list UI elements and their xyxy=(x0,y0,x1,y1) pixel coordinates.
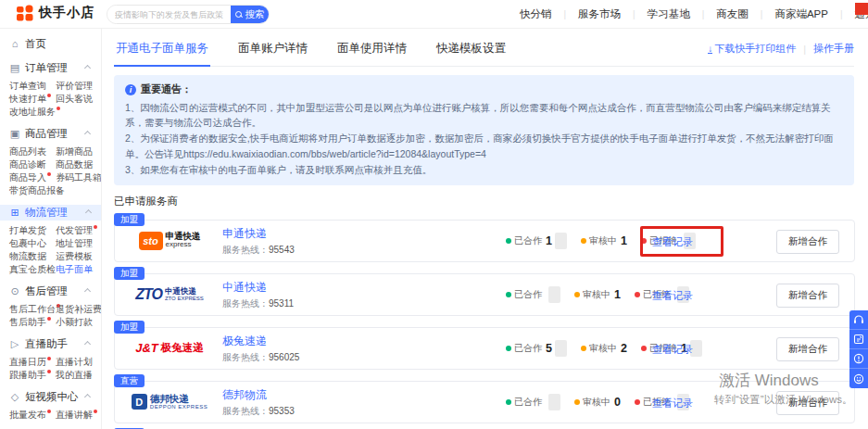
add-cooperation-button[interactable]: 新增合作 xyxy=(776,337,839,361)
view-records-link[interactable]: 查看记录 xyxy=(652,397,693,410)
aftersale-icon: ⊙ xyxy=(9,285,20,297)
section-title-aftersale[interactable]: ⊙ 售后管理 xyxy=(9,284,101,299)
header-nav: 快分销| 服务市场| 学习基地| 商友圈| 商家端APP| 通知中心3 xyxy=(508,0,868,29)
section-title-logistics[interactable]: ⊞ 物流管理 xyxy=(0,205,102,221)
redacted-red-patch xyxy=(855,3,868,15)
add-cooperation-button[interactable]: 新增合作 xyxy=(776,230,839,254)
sidebar-item[interactable]: 新增商品 xyxy=(56,146,100,158)
top-header: 快手小店 搜索 快分销| 服务市场| 学习基地| 商友圈| 商家端APP| 通知… xyxy=(0,0,868,29)
green-dot-icon xyxy=(506,346,511,351)
tab-toolbar: ↓下载快手打印组件 | 操作手册 xyxy=(708,42,854,56)
important-notice: i 重要通告： 1、因物流公司的运营模式的不同，其中加盟型运营公司是以网点为单位… xyxy=(114,75,854,185)
view-records-link[interactable]: 查看记录 xyxy=(652,235,693,249)
sidebar-item[interactable]: 直播日历 xyxy=(9,357,56,368)
nav-learning-base[interactable]: 学习基地 xyxy=(635,7,702,21)
courier-name-link[interactable]: 申通快递 xyxy=(222,226,267,242)
red-dot-badge xyxy=(47,317,51,321)
status-reviewing: 审核中2 xyxy=(581,342,627,355)
courier-name-link[interactable]: 中通快递 xyxy=(222,280,267,296)
red-dot-icon xyxy=(641,238,647,244)
sidebar-item[interactable]: 直播讲解 xyxy=(56,410,100,421)
zto-logo: ZTO 中通快递ZTO EXPRESS xyxy=(128,274,211,315)
logistics-icon: ⊞ xyxy=(9,207,20,219)
red-dot-badge xyxy=(47,410,51,413)
search-input[interactable] xyxy=(107,6,231,23)
courier-row-deppon: 直营 D 德邦快递DEPPON EXPRESS 德邦物流 服务热线：95353 … xyxy=(114,381,855,423)
sidebar-item[interactable]: 评价管理 xyxy=(56,81,100,92)
deppon-logo: D 德邦快递DEPPON EXPRESS xyxy=(128,382,211,423)
redaction-patch xyxy=(548,286,560,303)
section-title-products[interactable]: ▣ 商品管理 xyxy=(9,126,101,142)
red-dot-badge xyxy=(47,172,51,176)
app-title: 快手小店 xyxy=(39,5,94,21)
main-content: 开通电子面单服务 面单账户详情 面单使用详情 快递模板设置 ↓下载快手打印组件 … xyxy=(103,29,868,429)
sidebar-item[interactable]: 商品数据 xyxy=(56,159,100,170)
view-records-link[interactable]: 查看记录 xyxy=(652,343,693,357)
green-dot-icon xyxy=(506,399,511,405)
brand[interactable]: 快手小店 xyxy=(17,5,94,21)
service-robot-icon[interactable] xyxy=(849,369,868,388)
add-cooperation-button[interactable]: 新增合作 xyxy=(776,391,839,415)
sidebar-item[interactable]: 商品导入 xyxy=(9,172,56,183)
feedback-form-icon[interactable] xyxy=(849,330,868,349)
search-button[interactable]: 搜索 xyxy=(231,6,269,23)
franchise-badge: 加盟 xyxy=(114,267,145,281)
sidebar-item[interactable]: 包裹中心 xyxy=(9,238,56,249)
section-title-video[interactable]: ◇ 短视频中心 xyxy=(9,389,101,405)
sidebar-item[interactable]: 地址管理 xyxy=(56,238,100,249)
app-window: 快手小店 搜索 快分销| 服务市场| 学习基地| 商友圈| 商家端APP| 通知… xyxy=(0,0,868,429)
sidebar-item[interactable]: 订单查询 xyxy=(9,81,56,92)
tab-express-template-settings[interactable]: 快递模板设置 xyxy=(434,37,508,66)
notice-line-1: 1、因物流公司的运营模式的不同，其中加盟型运营公司是以网点为单位进行账户核算，所… xyxy=(125,100,841,132)
sidebar-item[interactable]: 批量发布 xyxy=(9,410,56,421)
tab-waybill-usage-detail[interactable]: 面单使用详情 xyxy=(335,37,409,66)
operation-manual-link[interactable]: 操作手册 xyxy=(813,42,854,56)
sidebar-item[interactable]: 售后助手 xyxy=(9,317,56,328)
sidebar-item[interactable]: 代发管理 xyxy=(56,225,100,236)
home-icon: ⌂ xyxy=(9,38,20,49)
status-reviewing: 审核中1 xyxy=(581,234,627,247)
courier-name-link[interactable]: 极兔速递 xyxy=(222,334,267,349)
sidebar-item[interactable]: 售后工作台 xyxy=(9,304,56,315)
tab-waybill-account-detail[interactable]: 面单账户详情 xyxy=(236,37,309,66)
nav-merchant-app[interactable]: 商家端APP xyxy=(762,7,840,21)
nav-kuai-distribution[interactable]: 快分销 xyxy=(508,7,564,21)
nav-service-market[interactable]: 服务市场 xyxy=(566,7,633,21)
nav-merchant-circle[interactable]: 商友圈 xyxy=(704,7,761,21)
search-icon xyxy=(235,11,243,19)
sidebar-item[interactable]: 改地址服务 xyxy=(9,107,56,118)
sidebar-item[interactable]: 打单发货 xyxy=(9,225,56,236)
add-cooperation-button[interactable]: 新增合作 xyxy=(776,284,839,308)
sidebar-item[interactable]: 券码工具箱 xyxy=(56,172,100,183)
sidebar-item-home[interactable]: ⌂ 首页 xyxy=(9,35,101,52)
sto-logo: sto 申通快递express xyxy=(128,221,211,261)
sidebar-item[interactable]: 商品诊断 xyxy=(9,159,56,170)
download-print-component-link[interactable]: ↓下载快手打印组件 xyxy=(708,42,796,56)
sidebar-section-live: ▷ 直播助手 直播日历 直播计划 跟播助手 我的直播 xyxy=(9,336,101,381)
sidebar-item[interactable]: 我的直播 xyxy=(56,370,100,381)
sidebar-item[interactable]: 商品列表 xyxy=(9,146,56,158)
sidebar-item[interactable]: 物流数据 xyxy=(9,251,56,262)
customer-service-headset-icon[interactable] xyxy=(849,310,868,330)
red-dot-icon xyxy=(641,346,647,351)
hotline: 服务热线：956025 xyxy=(222,351,299,364)
sidebar-item-ewaybill-current[interactable]: 电子面单 xyxy=(56,264,100,275)
collapse-chevron-icon xyxy=(84,288,91,295)
view-records-link[interactable]: 查看记录 xyxy=(652,289,693,303)
info-circle-icon[interactable] xyxy=(849,349,868,369)
section-title-orders[interactable]: ▤ 订单管理 xyxy=(9,60,101,76)
sidebar-item[interactable]: 跟播助手 xyxy=(9,370,56,381)
sidebar-item[interactable]: 小额打款 xyxy=(56,317,100,328)
sidebar-item[interactable]: 退货补运费 xyxy=(56,304,100,315)
sidebar-item[interactable]: 真宝仓质检 xyxy=(9,264,56,275)
sidebar-item[interactable]: 快速打单 xyxy=(9,94,56,105)
sidebar-item[interactable]: 直播计划 xyxy=(56,357,100,368)
floating-toolbar xyxy=(849,310,868,388)
section-title-live[interactable]: ▷ 直播助手 xyxy=(9,336,101,352)
redaction-patch xyxy=(555,233,567,249)
sidebar-item[interactable]: 回头客说 xyxy=(56,94,100,105)
sidebar-item[interactable]: 运费模板 xyxy=(56,251,100,262)
sidebar-item[interactable]: 带货商品报备 xyxy=(9,185,56,196)
courier-name-link[interactable]: 德邦物流 xyxy=(222,387,267,403)
tab-open-ewaybill-service[interactable]: 开通电子面单服务 xyxy=(114,37,210,67)
